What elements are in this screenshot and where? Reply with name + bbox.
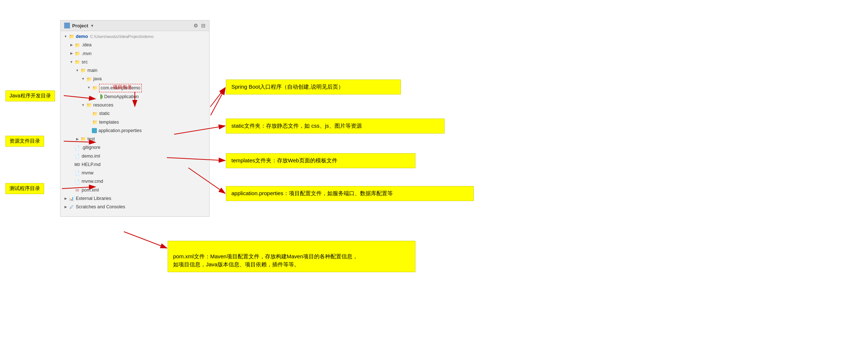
arrow-main xyxy=(75,69,79,73)
folder-icon-com-example: 📁 xyxy=(92,85,98,90)
folder-icon-idea: 📁 xyxy=(74,43,80,48)
item-label-demo-app: DemoApplication xyxy=(104,93,139,101)
item-label-java: java xyxy=(93,75,102,83)
tree-item-external-libs[interactable]: 📊 External Libraries xyxy=(60,194,209,203)
tree-item-static[interactable]: 📁 static xyxy=(60,109,209,118)
folder-icon-demo: 📁 xyxy=(69,34,74,39)
panel-chevron: ▼ xyxy=(90,24,94,28)
file-icon-demo-iml: 📄 xyxy=(74,154,80,159)
tree-item-scratches[interactable]: 🖊 Scratches and Consoles xyxy=(60,203,209,211)
file-icon-mvnw-cmd: 📄 xyxy=(74,179,80,184)
file-icon-help: MD xyxy=(74,162,80,167)
file-icon-mvnw: 📄 xyxy=(74,171,80,176)
item-label-templates: templates xyxy=(99,119,119,126)
item-label-pom: pom.xml xyxy=(82,186,99,194)
arrow-scratches xyxy=(63,205,68,209)
tree-item-resources[interactable]: 📁 resources xyxy=(60,101,209,109)
item-label-main: main xyxy=(87,67,97,74)
panel-header: Project ▼ ⚙ ⊟ xyxy=(60,20,209,31)
item-label-mvn: .mvn xyxy=(82,50,91,58)
arrow-mvn xyxy=(69,51,74,56)
item-label-static: static xyxy=(99,110,110,117)
tree-item-src[interactable]: 📁 src xyxy=(60,58,209,66)
folder-icon-src: 📁 xyxy=(74,59,80,65)
tree-item-pom-xml[interactable]: m pom.xml xyxy=(60,186,209,194)
folder-icon-mvn: 📁 xyxy=(74,51,80,56)
item-label-src: src xyxy=(82,58,88,66)
resource-dir-label: 资源文件目录 xyxy=(5,136,44,147)
panel-actions: ⚙ ⊟ xyxy=(193,23,206,28)
templates-folder-box: templates文件夹：存放Web页面的模板文件 xyxy=(226,153,415,168)
tree-item-com-example-demo[interactable]: 📁 com.example.demo xyxy=(60,84,209,93)
arrow-ext-libs xyxy=(63,196,68,201)
panel-icon xyxy=(64,23,70,28)
pom-xml-box: pom.xml文件：Maven项目配置文件，存放构建Maven项目的各种配置信息… xyxy=(168,241,415,272)
item-label-mvnw-cmd: mvnw.cmd xyxy=(82,178,103,185)
arrow-resources xyxy=(81,103,85,108)
tree-item-gitignore[interactable]: 📄 .gitignore xyxy=(60,143,209,152)
svg-line-5 xyxy=(210,88,225,107)
file-icon-pom: m xyxy=(74,188,80,193)
arrow-java xyxy=(81,77,85,81)
spring-icon xyxy=(98,94,103,99)
tree-item-mvnw-cmd[interactable]: 📄 mvnw.cmd xyxy=(60,177,209,186)
folder-icon-test: 📁 xyxy=(80,137,86,142)
static-folder-box: static文件夹：存放静态文件，如 css、js、图片等资源 xyxy=(226,119,445,134)
folder-icon-resources: 📁 xyxy=(86,103,92,108)
item-label-demo-iml: demo.iml xyxy=(82,152,100,160)
arrow-idea xyxy=(69,43,74,47)
arrow-src xyxy=(69,60,74,64)
item-path-demo: C:\Users\wustzz\IdeaProjects\demo xyxy=(90,33,153,40)
tree-item-demo-iml[interactable]: 📄 demo.iml xyxy=(60,152,209,161)
gear-icon[interactable]: ⚙ xyxy=(193,23,198,28)
svg-line-6 xyxy=(211,88,225,115)
svg-line-10 xyxy=(124,232,167,248)
folder-icon-static: 📁 xyxy=(92,111,98,116)
test-dir-label: 测试程序目录 xyxy=(5,183,44,194)
item-label-help: HELP.md xyxy=(82,161,101,169)
arrow-demo xyxy=(63,35,68,39)
file-tree: 📁 demo C:\Users\wustzz\IdeaProjects\demo… xyxy=(60,31,209,213)
tree-item-mvnw[interactable]: 📄 mvnw xyxy=(60,169,209,177)
tree-item-main[interactable]: 📁 main xyxy=(60,66,209,75)
app-properties-box: application.properties：项目配置文件，如服务端口、数据库配… xyxy=(226,186,474,201)
file-icon-scratches: 🖊 xyxy=(69,205,74,210)
tree-item-java[interactable]: 📁 java xyxy=(60,75,209,83)
project-panel: Project ▼ ⚙ ⊟ 📁 demo C:\Users\wustzz\Ide… xyxy=(60,20,210,217)
item-label-app-props: application.properties xyxy=(98,127,142,135)
folder-icon-java: 📁 xyxy=(86,77,92,82)
tree-item-app-properties[interactable]: application.properties xyxy=(60,127,209,135)
item-label-test: test xyxy=(87,135,95,143)
project-package-label: 项目包名 xyxy=(113,84,132,90)
file-icon-gitignore: 📄 xyxy=(74,145,80,150)
java-dev-dir-label: Java程序开发目录 xyxy=(5,90,55,101)
arrow-com-example xyxy=(87,86,91,90)
props-icon xyxy=(92,128,97,133)
tree-item-help-md[interactable]: MD HELP.md xyxy=(60,161,209,169)
tree-item-mvn[interactable]: 📁 .mvn xyxy=(60,50,209,58)
folder-icon-templates: 📁 xyxy=(92,120,98,125)
item-label-mvnw: mvnw xyxy=(82,169,94,177)
tree-item-test[interactable]: 📁 test xyxy=(60,135,209,143)
item-label-scratches: Scratches and Consoles xyxy=(76,203,125,211)
panel-title-text: Project xyxy=(72,23,88,28)
arrow-test xyxy=(75,137,79,142)
item-label-idea: .idea xyxy=(82,41,91,49)
file-icon-ext-libs: 📊 xyxy=(69,196,74,201)
tree-item-idea[interactable]: 📁 .idea xyxy=(60,41,209,49)
tree-item-templates[interactable]: 📁 templates xyxy=(60,118,209,127)
springboot-entry-box: Spring Boot入口程序（自动创建,说明见后页） xyxy=(226,80,401,94)
layout-icon[interactable]: ⊟ xyxy=(201,23,206,28)
item-label-resources: resources xyxy=(93,101,113,109)
tree-item-demo[interactable]: 📁 demo C:\Users\wustzz\IdeaProjects\demo xyxy=(60,32,209,41)
tree-item-demo-application[interactable]: DemoApplication xyxy=(60,93,209,101)
item-label-demo: demo xyxy=(76,33,88,40)
item-label-gitignore: .gitignore xyxy=(82,144,100,151)
panel-title: Project ▼ xyxy=(64,23,94,28)
folder-icon-main: 📁 xyxy=(80,68,86,73)
item-label-ext-libs: External Libraries xyxy=(76,195,111,202)
